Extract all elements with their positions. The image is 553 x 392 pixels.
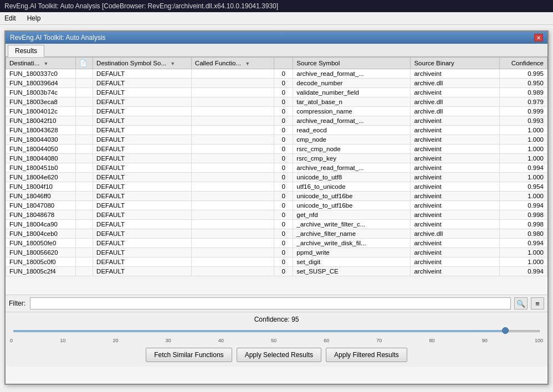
cell-calledfn — [191, 135, 274, 145]
cell-destso: DEFAULT — [93, 107, 192, 116]
table-row[interactable]: FUN_18005c2f4 DEFAULT 0 set_SUSP_CE arch… — [6, 267, 547, 276]
filter-options-icon[interactable]: ≡ — [531, 297, 544, 310]
menu-edit[interactable]: Edit — [2, 13, 18, 23]
cell-src: compression_name — [293, 107, 411, 116]
cell-dest: FUN_18005c2f4 — [6, 267, 76, 276]
table-row[interactable]: FUN_180044030 DEFAULT 0 cmp_node archive… — [6, 135, 547, 145]
cell-dest: FUN_180056620 — [6, 248, 76, 257]
cell-dest-icon — [76, 267, 93, 276]
col-header-destso[interactable]: Destination Symbol So... ▼ — [93, 58, 192, 69]
cell-src: tar_atol_base_n — [293, 97, 411, 107]
col-header-calledfn[interactable]: Called Functio... ▼ — [191, 58, 274, 69]
table-row[interactable]: FUN_1800451b0 DEFAULT 0 archive_read_for… — [6, 163, 547, 173]
table-row[interactable]: FUN_18048678 DEFAULT 0 get_nfd archivein… — [6, 210, 547, 220]
cell-dest: FUN_18004012c — [6, 107, 76, 116]
cell-dest-icon — [76, 145, 93, 154]
cell-conf: 0.989 — [499, 88, 547, 97]
cell-destso: DEFAULT — [93, 163, 192, 173]
table-row[interactable]: FUN_180043628 DEFAULT 0 read_eocd archiv… — [6, 126, 547, 135]
cell-srcbin: archiveint — [411, 145, 500, 154]
table-body: FUN_1800337c0 DEFAULT 0 archive_read_for… — [6, 69, 547, 276]
apply-filtered-button[interactable]: Apply Filtered Results — [326, 348, 407, 362]
table-row[interactable]: FUN_1800337c0 DEFAULT 0 archive_read_for… — [6, 69, 547, 79]
cell-destso: DEFAULT — [93, 173, 192, 182]
cell-conf: 0.994 — [499, 201, 547, 210]
cell-dest: FUN_18003b74c — [6, 88, 76, 97]
confidence-slider-container[interactable] — [13, 326, 540, 337]
table-header-row: Destinati... ▼ 📄 Destination Symbol So..… — [6, 58, 547, 69]
tab-results[interactable]: Results — [8, 45, 44, 57]
cell-srcnum: 0 — [274, 173, 293, 182]
col-header-dest[interactable]: Destinati... ▼ — [6, 58, 76, 69]
cell-srcnum: 0 — [274, 257, 293, 267]
app-title: RevEng.AI Toolkit: Auto Analysis [CodeBr… — [4, 2, 278, 10]
table-row[interactable]: FUN_18004ca90 DEFAULT 0 _archive_write_f… — [6, 220, 547, 229]
slider-thumb[interactable] — [502, 327, 509, 334]
filter-input[interactable] — [30, 297, 511, 310]
cell-dest-icon — [76, 126, 93, 135]
cell-destso: DEFAULT — [93, 192, 192, 201]
cell-destso: DEFAULT — [93, 135, 192, 145]
table-row[interactable]: FUN_180050fe0 DEFAULT 0 _archive_write_d… — [6, 239, 547, 248]
cell-destso: DEFAULT — [93, 126, 192, 135]
filter-search-icon[interactable]: 🔍 — [514, 297, 528, 310]
table-row[interactable]: FUN_18004f10 DEFAULT 0 utf16_to_unicode … — [6, 182, 547, 192]
cell-srcbin: archiveint — [411, 173, 500, 182]
table-row[interactable]: FUN_1800396d4 DEFAULT 0 decode_number ar… — [6, 79, 547, 88]
table-row[interactable]: FUN_18004ceb0 DEFAULT 0 _archive_filter_… — [6, 229, 547, 239]
cell-dest-icon — [76, 182, 93, 192]
table-row[interactable]: FUN_18003eca8 DEFAULT 0 tar_atol_base_n … — [6, 97, 547, 107]
table-row[interactable]: FUN_18004012c DEFAULT 0 compression_name… — [6, 107, 547, 116]
cell-srcbin: archiveint — [411, 116, 500, 126]
dialog-window: RevEng.AI Toolkit: Auto Analysis ✕ Resul… — [4, 30, 549, 385]
table-row[interactable]: FUN_18004e620 DEFAULT 0 unicode_to_utf8 … — [6, 173, 547, 182]
cell-srcnum: 0 — [274, 107, 293, 116]
cell-srcbin: archiveint — [411, 239, 500, 248]
cell-dest-icon — [76, 116, 93, 126]
cell-dest-icon — [76, 220, 93, 229]
cell-srcnum: 0 — [274, 239, 293, 248]
cell-destso: DEFAULT — [93, 69, 192, 79]
cell-dest: FUN_180050fe0 — [6, 239, 76, 248]
table-row[interactable]: FUN_180044080 DEFAULT 0 rsrc_cmp_key arc… — [6, 154, 547, 163]
cell-dest-icon — [76, 97, 93, 107]
cell-dest: FUN_18004e620 — [6, 173, 76, 182]
cell-srcnum: 0 — [274, 145, 293, 154]
fetch-similar-button[interactable]: Fetch Similar Functions — [146, 348, 232, 362]
table-row[interactable]: FUN_18047080 DEFAULT 0 unicode_to_utf16b… — [6, 201, 547, 210]
cell-calledfn — [191, 126, 274, 135]
cell-conf: 0.998 — [499, 220, 547, 229]
table-row[interactable]: FUN_18046ff0 DEFAULT 0 unicode_to_utf16b… — [6, 192, 547, 201]
sort-icon-calledfn: ▼ — [245, 61, 250, 66]
cell-conf: 0.995 — [499, 69, 547, 79]
cell-dest-icon — [76, 210, 93, 220]
filter-label: Filter: — [9, 300, 27, 307]
cell-srcbin: archiveint — [411, 135, 500, 145]
menu-help[interactable]: Help — [25, 13, 43, 23]
cell-calledfn — [191, 257, 274, 267]
dialog-close-button[interactable]: ✕ — [534, 34, 543, 42]
table-row[interactable]: FUN_18005c0f0 DEFAULT 0 set_digit archiv… — [6, 257, 547, 267]
cell-conf: 1.000 — [499, 154, 547, 163]
cell-dest: FUN_18048678 — [6, 210, 76, 220]
cell-destso: DEFAULT — [93, 79, 192, 88]
cell-srcbin: archive.dll — [411, 107, 500, 116]
cell-srcnum: 0 — [274, 126, 293, 135]
slider-ticks: 0102030405060708090100 — [10, 337, 543, 343]
cell-src: cmp_node — [293, 135, 411, 145]
col-header-conf: Confidence — [499, 58, 547, 69]
cell-conf: 1.000 — [499, 173, 547, 182]
table-row[interactable]: FUN_180044050 DEFAULT 0 rsrc_cmp_node ar… — [6, 145, 547, 154]
table-row[interactable]: FUN_180042f10 DEFAULT 0 archive_read_for… — [6, 116, 547, 126]
table-row[interactable]: FUN_180056620 DEFAULT 0 ppmd_write archi… — [6, 248, 547, 257]
doc-icon: 📄 — [79, 60, 87, 66]
cell-conf: 1.000 — [499, 192, 547, 201]
cell-src: archive_read_format_... — [293, 116, 411, 126]
cell-src: utf16_to_unicode — [293, 182, 411, 192]
apply-selected-button[interactable]: Apply Selected Results — [237, 348, 321, 362]
cell-destso: DEFAULT — [93, 239, 192, 248]
cell-dest: FUN_18046ff0 — [6, 192, 76, 201]
cell-srcnum: 0 — [274, 135, 293, 145]
table-row[interactable]: FUN_18003b74c DEFAULT 0 validate_number_… — [6, 88, 547, 97]
results-table-container[interactable]: Destinati... ▼ 📄 Destination Symbol So..… — [6, 57, 547, 295]
